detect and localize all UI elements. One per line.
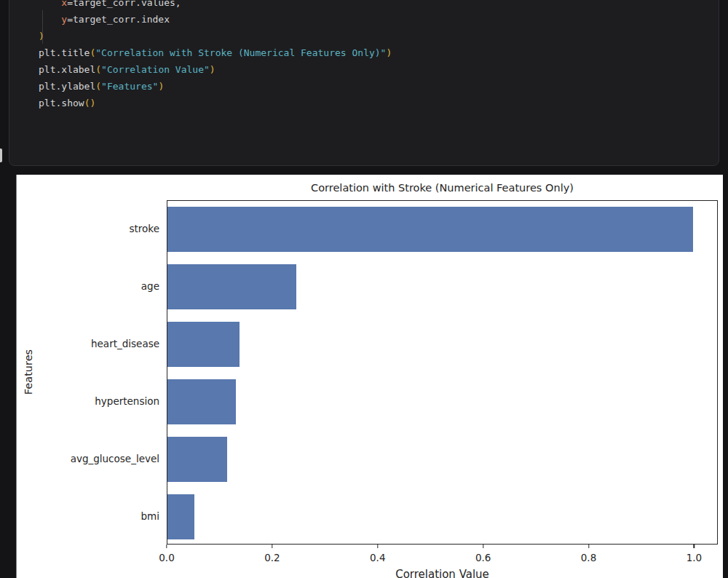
code-token: x	[61, 0, 67, 8]
code-token: "Correlation Value"	[101, 64, 210, 75]
code-token: plt.ylabel	[39, 81, 95, 92]
code-token	[39, 0, 61, 8]
xtick-label: 1.0	[687, 552, 702, 563]
xtick-label: 0.8	[581, 552, 596, 563]
xtick-label: 0.6	[475, 552, 491, 563]
code-line[interactable]: y=target_corr.index	[39, 11, 392, 28]
code-token: target_corr.values,	[73, 0, 181, 8]
code-token: "Features"	[101, 81, 158, 92]
notebook-page: { "palette": { "page_background": "#1414…	[0, 0, 728, 578]
xtick-mark	[272, 545, 272, 548]
chart-title: Correlation with Stroke (Numerical Featu…	[167, 182, 718, 194]
xtick-mark	[166, 545, 167, 548]
bar-bmi	[167, 494, 194, 539]
code-token: "Correlation with Stroke (Numerical Feat…	[95, 47, 386, 58]
code-token: plt.title	[39, 47, 90, 58]
xtick-mark	[483, 545, 483, 548]
bar-hypertension	[167, 379, 236, 424]
code-line[interactable]: plt.ylabel("Features")	[39, 78, 392, 95]
code-token: plt.show	[39, 98, 84, 108]
code-token: y	[61, 14, 67, 25]
xtick-label: 0.0	[159, 552, 174, 563]
code-line[interactable]: )	[39, 28, 392, 44]
xtick-mark	[694, 545, 695, 548]
xtick-label: 0.2	[264, 552, 280, 563]
ytick-label-heart_disease: heart_disease	[17, 338, 159, 349]
y-axis-tick-labels: strokeageheart_diseasehypertensionavg_gl…	[17, 200, 159, 545]
code-token: plt.xlabel	[39, 64, 95, 75]
code-token: )	[210, 64, 215, 75]
code-editor[interactable]: sns.barplot( x=target_corr.values, y=tar…	[39, 0, 392, 111]
code-token: target_corr.index	[73, 14, 170, 25]
plot-area	[167, 200, 718, 545]
code-token: (	[95, 64, 101, 75]
code-token: =	[67, 14, 73, 25]
cell-output: Correlation with Stroke (Numerical Featu…	[16, 175, 723, 578]
cell-focus-indicator	[0, 149, 2, 162]
ytick-label-avg_glucose_level: avg_glucose_level	[17, 453, 159, 464]
code-line[interactable]: plt.title("Correlation with Stroke (Nume…	[39, 44, 392, 61]
code-cell[interactable]: sns.barplot( x=target_corr.values, y=tar…	[9, 0, 719, 166]
bar-heart_disease	[167, 322, 240, 367]
code-token	[39, 14, 61, 25]
code-token: ()	[84, 98, 96, 108]
x-axis-label: Correlation Value	[167, 568, 718, 578]
code-line[interactable]: x=target_corr.values,	[39, 0, 392, 11]
ytick-label-hypertension: hypertension	[17, 395, 159, 407]
y-axis-label: Features	[23, 183, 34, 561]
code-token: )	[386, 47, 392, 58]
ytick-label-bmi: bmi	[17, 510, 159, 522]
xtick-mark	[588, 545, 589, 548]
bar-age	[167, 264, 296, 309]
bar-stroke	[167, 207, 693, 252]
code-token: )	[39, 31, 44, 41]
code-token: )	[158, 81, 164, 92]
xtick-label: 0.4	[370, 552, 385, 563]
ytick-label-age: age	[17, 280, 159, 292]
code-token: =	[67, 0, 73, 8]
code-line[interactable]: plt.show()	[39, 95, 392, 111]
code-token: (	[95, 81, 101, 92]
bar-avg_glucose_level	[167, 437, 227, 482]
ytick-label-stroke: stroke	[17, 223, 159, 234]
xtick-mark	[377, 545, 378, 548]
code-line[interactable]: plt.xlabel("Correlation Value")	[39, 61, 392, 78]
